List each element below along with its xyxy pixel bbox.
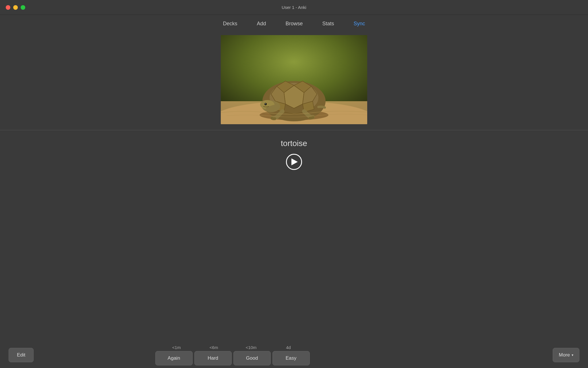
dropdown-arrow-icon: ▾ (572, 353, 573, 357)
timing-row: <1m <6m <10m 4d (158, 345, 307, 350)
card-image-container (221, 35, 367, 124)
hard-button[interactable]: Hard (194, 351, 232, 365)
answer-buttons: <1m <6m <10m 4d Again Hard Good Easy (155, 345, 310, 365)
buttons-row: Again Hard Good Easy (155, 351, 310, 365)
window-title: User 1 - Anki (282, 5, 306, 10)
window-controls (6, 5, 25, 10)
svg-point-12 (273, 117, 276, 120)
nav-stats[interactable]: Stats (321, 18, 335, 29)
close-button[interactable] (6, 5, 10, 10)
nav-decks[interactable]: Decks (222, 18, 238, 29)
title-bar: User 1 - Anki (0, 0, 588, 15)
svg-point-15 (309, 117, 312, 120)
more-label: More (559, 352, 570, 358)
nav-add[interactable]: Add (256, 18, 267, 29)
again-button[interactable]: Again (155, 351, 193, 365)
timing-good: <10m (233, 345, 270, 350)
easy-button[interactable]: Easy (272, 351, 310, 365)
card-image (221, 35, 367, 124)
timing-again: <1m (158, 345, 195, 350)
svg-point-9 (265, 103, 266, 104)
answer-word: tortoise (281, 139, 307, 148)
answer-area: tortoise (0, 130, 588, 170)
main-content: tortoise (0, 32, 588, 342)
nav-bar: Decks Add Browse Stats Sync (0, 15, 588, 32)
edit-button[interactable]: Edit (9, 348, 34, 362)
timing-hard: <6m (195, 345, 233, 350)
good-button[interactable]: Good (233, 351, 271, 365)
nav-browse[interactable]: Browse (284, 18, 304, 29)
play-icon (291, 158, 298, 165)
more-button[interactable]: More ▾ (553, 348, 579, 362)
play-audio-button[interactable] (286, 154, 302, 170)
maximize-button[interactable] (21, 5, 25, 10)
minimize-button[interactable] (13, 5, 18, 10)
nav-sync[interactable]: Sync (353, 18, 366, 29)
bottom-bar: Edit <1m <6m <10m 4d Again Hard Good Eas… (0, 342, 588, 368)
timing-easy: 4d (270, 345, 307, 350)
